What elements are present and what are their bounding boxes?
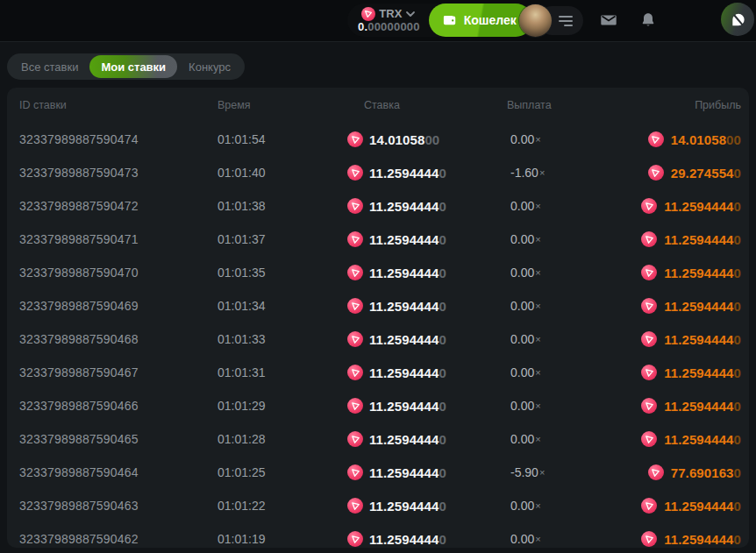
- bet-amount: 11.25944440: [347, 398, 505, 414]
- bet-time: 01:01:28: [218, 432, 347, 446]
- table-row[interactable]: 32337989887590469 01:01:34 11.25944440 0…: [7, 289, 749, 323]
- table-row[interactable]: 32337989887590467 01:01:31 11.25944440 0…: [7, 356, 749, 389]
- trx-coin-icon: [347, 531, 363, 547]
- bet-amount: 11.25944440: [347, 265, 505, 280]
- trx-coin-icon: [648, 131, 664, 147]
- trx-coin-icon: [347, 165, 363, 181]
- bet-profit: 11.25944440: [628, 231, 741, 247]
- multiplier-symbol: ×: [535, 134, 540, 145]
- bet-id: 32337989887590466: [19, 399, 218, 413]
- table-row[interactable]: 32337989887590468 01:01:33 11.25944440 0…: [7, 323, 749, 356]
- col-bet-id: ID ставки: [19, 99, 218, 111]
- col-payout: Выплата: [505, 99, 628, 111]
- bet-id: 32337989887590473: [19, 166, 218, 180]
- multiplier-symbol: ×: [535, 201, 540, 211]
- trx-coin-icon: [641, 298, 657, 314]
- trx-coin-icon: [347, 398, 363, 414]
- bet-amount: 11.25944440: [347, 531, 505, 547]
- tab-2[interactable]: Конкурс: [177, 55, 242, 78]
- bet-profit: 14.0105800: [628, 131, 741, 147]
- trx-coin-icon: [641, 265, 657, 280]
- user-menu[interactable]: [519, 4, 583, 37]
- trx-coin-icon: [347, 331, 363, 347]
- bet-id: 32337989887590463: [19, 499, 218, 513]
- table-row[interactable]: 32337989887590462 01:01:19 11.25944440 0…: [7, 522, 749, 548]
- multiplier-symbol: ×: [535, 234, 540, 245]
- table-row[interactable]: 32337989887590465 01:01:28 11.25944440 0…: [7, 422, 749, 456]
- bet-payout: 0.00×: [505, 399, 628, 413]
- bet-id: 32337989887590474: [19, 132, 218, 146]
- bet-time: 01:01:31: [218, 365, 347, 379]
- bet-id: 32337989887590465: [19, 432, 218, 446]
- bet-profit: 11.25944440: [628, 531, 741, 547]
- bet-time: 01:01:38: [218, 199, 347, 213]
- table-row[interactable]: 32337989887590470 01:01:35 11.25944440 0…: [7, 256, 749, 289]
- bet-profit: 29.2745540: [628, 165, 741, 181]
- bet-amount: 11.25944440: [347, 331, 505, 347]
- trx-coin-icon: [347, 231, 363, 247]
- col-profit: Прибыль: [628, 99, 741, 111]
- table-row[interactable]: 32337989887590463 01:01:22 11.25944440 0…: [7, 489, 749, 522]
- bet-profit: 77.6901630: [628, 464, 741, 480]
- table-row[interactable]: 32337989887590472 01:01:38 11.25944440 0…: [7, 189, 749, 223]
- col-bet: Ставка: [347, 99, 505, 111]
- bet-profit: 11.25944440: [628, 398, 741, 414]
- bets-tabs: Все ставкиМои ставкиКонкурс: [7, 53, 245, 80]
- bet-profit: 11.25944440: [628, 265, 741, 280]
- wallet-button[interactable]: Кошелек: [429, 4, 532, 37]
- table-body: 32337989887590474 01:01:54 14.0105800 0.…: [7, 123, 749, 548]
- bet-profit: 11.25944440: [628, 298, 741, 314]
- bets-table-card: ID ставки Время Ставка Выплата Прибыль 3…: [7, 88, 749, 548]
- trx-coin-icon: [641, 231, 657, 247]
- tab-1[interactable]: Мои ставки: [89, 55, 177, 78]
- currency-code: TRX: [379, 8, 402, 20]
- bet-amount: 11.25944440: [347, 165, 505, 181]
- trx-coin-icon: [641, 331, 657, 347]
- table-row[interactable]: 32337989887590466 01:01:29 11.25944440 0…: [7, 389, 749, 422]
- table-row[interactable]: 32337989887590473 01:01:40 11.25944440 -…: [7, 156, 749, 189]
- bet-profit: 11.25944440: [628, 331, 741, 347]
- chevron-down-icon: [405, 9, 416, 19]
- notifications-button[interactable]: [637, 9, 660, 32]
- trx-coin-icon: [347, 298, 363, 314]
- trx-coin-icon: [641, 365, 657, 380]
- mail-button[interactable]: [597, 9, 620, 32]
- multiplier-symbol: ×: [535, 334, 540, 344]
- balance: 0.00000000: [358, 21, 420, 33]
- bet-id: 32337989887590467: [19, 365, 218, 379]
- bet-time: 01:01:19: [218, 532, 347, 546]
- bet-payout: 0.00×: [505, 299, 628, 313]
- trx-coin-icon: [641, 398, 657, 414]
- mail-icon: [600, 11, 617, 29]
- chat-toggle-button[interactable]: [721, 3, 754, 36]
- wallet-icon: [443, 14, 457, 26]
- trx-coin-icon: [347, 431, 363, 447]
- bet-amount: 11.25944440: [347, 498, 505, 514]
- table-row[interactable]: 32337989887590464 01:01:25 11.25944440 -…: [7, 456, 749, 489]
- currency-wallet-group: TRX 0.00000000 Кошелек: [347, 4, 532, 37]
- bet-amount: 11.25944440: [347, 365, 505, 380]
- bet-time: 01:01:25: [218, 465, 347, 479]
- bet-id: 32337989887590464: [19, 465, 218, 479]
- bet-amount: 11.25944440: [347, 464, 505, 480]
- bet-payout: -1.60×: [505, 166, 628, 180]
- bet-profit: 11.25944440: [628, 431, 741, 447]
- trx-coin-icon: [361, 7, 375, 21]
- trx-coin-icon: [641, 198, 657, 214]
- col-time: Время: [218, 99, 347, 111]
- avatar[interactable]: [519, 4, 552, 37]
- bet-payout: 0.00×: [505, 432, 628, 446]
- bet-id: 32337989887590468: [19, 332, 218, 346]
- bet-id: 32337989887590470: [19, 266, 218, 280]
- bet-time: 01:01:35: [218, 266, 347, 280]
- tab-0[interactable]: Все ставки: [10, 55, 89, 78]
- multiplier-symbol: ×: [539, 167, 545, 178]
- bet-amount: 11.25944440: [347, 298, 505, 314]
- multiplier-symbol: ×: [539, 467, 545, 478]
- currency-selector[interactable]: TRX 0.00000000: [347, 7, 429, 33]
- table-row[interactable]: 32337989887590471 01:01:37 11.25944440 0…: [7, 223, 749, 256]
- bet-time: 01:01:40: [218, 166, 347, 180]
- table-row[interactable]: 32337989887590474 01:01:54 14.0105800 0.…: [7, 123, 749, 156]
- multiplier-symbol: ×: [535, 367, 540, 378]
- multiplier-symbol: ×: [535, 301, 540, 311]
